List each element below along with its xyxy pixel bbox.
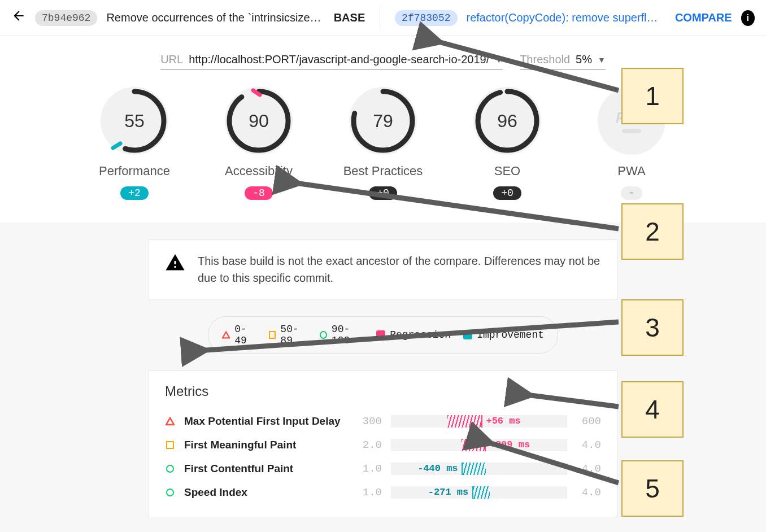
improvement-swatch-icon [463,330,472,339]
warning-card: This base build is not the exact ancesto… [149,239,617,299]
gauge-best-practices[interactable]: 79Best Practices+0 [338,87,428,200]
metric-min: 1.0 [357,463,382,475]
chevron-down-icon: ▼ [598,55,606,64]
score-legend: 0-49 50-89 90-100 Regression Improvement [208,316,558,354]
base-tag: BASE [334,11,365,24]
metric-max: 4.0 [576,486,601,499]
diff-badge: - [621,186,643,200]
legend-fail-range: 0-49 [234,324,256,346]
base-commit-message: Remove occurrences of the `intrinsicsize… [106,11,321,24]
metric-bar: -440 ms [391,463,567,475]
square-icon [269,331,276,339]
gauge-label: Best Practices [343,164,423,178]
regression-swatch-icon [376,330,385,339]
back-arrow-icon[interactable] [11,8,26,27]
gauge-score: 79 [349,87,417,155]
diff-badge: +0 [493,186,521,200]
metric-bar: +56 ms [391,415,567,428]
annotation-3: 3 [621,299,684,356]
diff-badge: -8 [245,186,273,200]
metrics-title: Metrics [165,383,601,399]
metric-name: Speed Index [184,486,348,499]
legend-pass-range: 90-100 [332,324,364,346]
warning-icon [165,252,185,273]
url-selector[interactable]: URL http://localhost:PORT/javascript-and… [160,53,503,70]
square-icon [166,441,174,449]
metric-max: 600 [576,415,601,428]
diff-badge: +2 [120,186,149,200]
metric-delta: +56 ms [486,416,520,426]
divider [380,6,380,30]
compare-commit-message[interactable]: refactor(CopyCode): remove superfluous a… [467,11,663,24]
gauge-label: Accessibility [225,164,293,178]
annotation-1: 1 [621,68,684,124]
gauge-score: 55 [101,87,168,155]
metric-bar: -271 ms [391,486,567,499]
legend-improvement: Improvement [463,329,544,341]
circle-icon [166,489,174,496]
url-label: URL [160,53,183,66]
legend-pass: 90-100 [320,324,364,346]
metric-max: 4.0 [576,439,601,451]
metric-delta: -440 ms [417,463,458,474]
metric-name: First Meaningful Paint [184,439,348,451]
circle-icon [320,331,327,339]
metric-row[interactable]: First Contentful Paint1.0-440 ms4.0 [165,457,601,481]
metric-min: 300 [357,415,382,428]
compare-tag[interactable]: COMPARE [675,11,732,24]
legend-regression: Regression [376,329,451,341]
threshold-selector[interactable]: Threshold 5% ▼ [520,53,606,70]
legend-average: 50-89 [269,324,307,346]
gauge-accessibility[interactable]: 90Accessibility-8 [214,87,304,200]
gauge-performance[interactable]: 55Performance+2 [89,87,180,200]
gauge-label: SEO [494,164,520,178]
circle-icon [166,465,174,473]
metric-delta: +209 ms [490,439,530,450]
gauge-score: 90 [225,87,293,155]
base-commit-hash[interactable]: 7b94e962 [35,10,97,26]
annotation-2: 2 [621,203,684,260]
gauge-seo[interactable]: 96SEO+0 [462,87,552,200]
warning-text: This base build is not the exact ancesto… [198,252,601,286]
metric-min: 1.0 [357,486,382,499]
metrics-card: Metrics Max Potential First Input Delay3… [149,370,617,517]
metric-max: 4.0 [576,463,601,475]
metric-delta: -271 ms [428,487,468,498]
metric-row[interactable]: Speed Index1.0-271 ms4.0 [165,481,601,504]
legend-fail: 0-49 [222,324,256,346]
threshold-label: Threshold [520,53,570,66]
url-value: http://localhost:PORT/javascript-and-goo… [189,53,489,66]
threshold-value: 5% [576,53,592,66]
legend-improvement-label: Improvement [477,329,544,341]
diff-badge: +0 [369,186,397,200]
metric-min: 2.0 [357,439,382,451]
metric-bar: +209 ms [391,439,567,451]
topbar: 7b94e962 Remove occurrences of the `intr… [0,0,766,36]
metric-name: First Contentful Paint [184,463,348,475]
triangle-icon [222,330,230,339]
legend-average-range: 50-89 [280,324,307,346]
compare-commit-hash[interactable]: 2f783052 [395,10,457,26]
gauge-label: PWA [617,164,645,178]
metric-name: Max Potential First Input Delay [184,415,348,428]
triangle-icon [166,417,175,426]
info-icon[interactable]: i [741,10,755,26]
gauge-score: 96 [473,87,541,155]
legend-regression-label: Regression [390,329,451,341]
annotation-5: 5 [621,460,684,517]
gauge-label: Performance [99,164,170,178]
metric-row[interactable]: Max Potential First Input Delay300+56 ms… [165,409,601,433]
chevron-down-icon: ▼ [495,55,503,64]
annotation-4: 4 [621,381,684,438]
metric-row[interactable]: First Meaningful Paint2.0+209 ms4.0 [165,433,601,457]
